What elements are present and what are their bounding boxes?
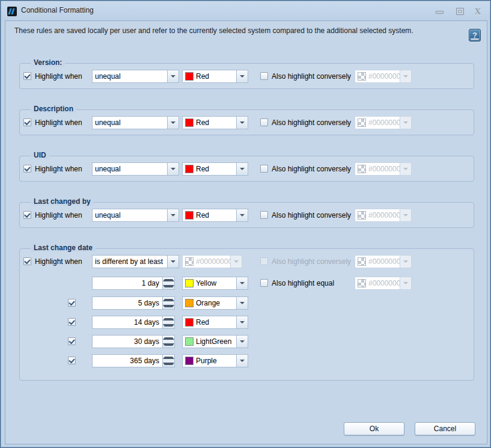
condition-dropdown[interactable]: unequal (92, 70, 179, 83)
color-swatch (185, 279, 194, 287)
also-equal-checkbox[interactable] (260, 279, 268, 287)
spinner-down-button[interactable] (163, 342, 174, 348)
dropdown-arrow-button[interactable] (236, 163, 248, 175)
days-spinner[interactable] (163, 354, 175, 367)
color-dropdown[interactable]: Red (182, 209, 248, 222)
dropdown-arrow-button[interactable] (167, 209, 178, 221)
dropdown-arrow-button[interactable] (167, 117, 178, 129)
dropdown-arrow-button[interactable] (236, 336, 248, 348)
transparent-color-swatch (358, 257, 366, 266)
spinner-up-button[interactable] (163, 316, 174, 322)
chevron-down-icon (240, 302, 245, 304)
chevron-up-icon (163, 337, 174, 340)
also-conversely-checkbox[interactable] (260, 72, 268, 80)
spinner-up-button[interactable] (163, 355, 174, 361)
condition-value: unequal (93, 118, 167, 127)
minimize-button[interactable] (435, 8, 445, 15)
conditional-formatting-dialog: Conditional Formatting X These rules are… (0, 0, 491, 448)
threshold-enabled-checkbox[interactable] (68, 299, 76, 307)
highlight-when-checkbox[interactable] (23, 257, 31, 265)
threshold-enabled-checkbox[interactable] (68, 337, 76, 345)
dropdown-arrow-button (400, 163, 411, 175)
spinner-down-button[interactable] (163, 283, 174, 289)
condition-dropdown[interactable]: is different by at least (92, 255, 179, 268)
color-name: Red (194, 318, 236, 327)
chevron-up-icon (163, 279, 174, 281)
threshold-enabled-checkbox[interactable] (68, 357, 76, 364)
highlight-when-label: Highlight when (35, 257, 82, 266)
also-conversely-checkbox[interactable] (260, 211, 268, 219)
dropdown-arrow-button[interactable] (236, 297, 248, 309)
condition-dropdown[interactable]: unequal (92, 209, 179, 222)
days-input[interactable] (92, 316, 163, 329)
color-dropdown[interactable]: Yellow (182, 277, 248, 290)
color-dropdown[interactable]: Red (182, 316, 248, 329)
also-conversely-checkbox[interactable] (260, 165, 268, 173)
spinner-up-button[interactable] (163, 336, 174, 342)
color-dropdown[interactable]: Red (182, 116, 248, 129)
dropdown-arrow-button[interactable] (167, 70, 178, 82)
spinner-up-button[interactable] (163, 277, 174, 283)
restore-button[interactable] (456, 8, 465, 16)
conversely-color-dropdown: #00000000 (355, 162, 412, 176)
group-title: Version: (31, 58, 65, 67)
chevron-down-icon (171, 168, 175, 170)
days-spinner[interactable] (163, 277, 175, 290)
dropdown-arrow-button (400, 277, 411, 289)
color-dropdown[interactable]: LightGreen (182, 335, 248, 348)
color-dropdown[interactable]: Purple (182, 354, 248, 367)
chevron-down-icon (163, 343, 174, 346)
days-spinner[interactable] (163, 316, 175, 329)
also-conversely-label: Also highlight conversely (272, 211, 351, 219)
chevron-down-icon (240, 360, 245, 362)
spinner-down-button[interactable] (163, 361, 174, 367)
spinner-up-button[interactable] (163, 297, 174, 303)
chevron-down-icon (240, 121, 245, 124)
days-input[interactable] (92, 335, 163, 348)
group-last-changed-by: Last changed by Highlight when unequal R… (19, 202, 474, 228)
dropdown-arrow-button (400, 70, 411, 82)
highlight-when-checkbox[interactable] (23, 118, 31, 126)
days-input[interactable] (92, 277, 163, 290)
also-conversely-checkbox[interactable] (260, 118, 268, 126)
highlight-when-checkbox[interactable] (23, 211, 31, 219)
color-dropdown[interactable]: Red (182, 162, 248, 176)
ok-button[interactable]: Ok (344, 422, 404, 435)
group-title: Last change date (31, 244, 96, 252)
chevron-down-icon (240, 214, 245, 216)
days-spinner[interactable] (163, 296, 175, 310)
close-button[interactable]: X (472, 8, 483, 16)
highlight-when-checkbox[interactable] (23, 72, 31, 80)
threshold-enabled-checkbox[interactable] (68, 318, 76, 326)
help-button[interactable]: ? (469, 29, 481, 41)
days-input[interactable] (92, 354, 163, 367)
color-swatch (185, 165, 194, 173)
spinner-down-button[interactable] (163, 303, 174, 309)
conversely-color-dropdown: #00000000 (355, 116, 412, 129)
dropdown-arrow-button[interactable] (236, 117, 248, 129)
condition-dropdown[interactable]: unequal (92, 116, 179, 129)
color-dropdown[interactable]: Orange (182, 296, 248, 310)
dropdown-arrow-button[interactable] (167, 163, 178, 175)
conversely-color-value: #00000000 (366, 211, 400, 219)
dropdown-arrow-button[interactable] (236, 355, 248, 367)
dropdown-arrow-button[interactable] (167, 256, 178, 268)
cancel-button[interactable]: Cancel (415, 422, 475, 435)
days-input[interactable] (92, 296, 163, 310)
also-equal-label: Also highlight equal (272, 279, 334, 287)
dropdown-arrow-button[interactable] (236, 209, 248, 221)
dropdown-arrow-button[interactable] (236, 277, 248, 289)
days-spinner[interactable] (163, 335, 175, 348)
spinner-down-button[interactable] (163, 322, 174, 328)
color-dropdown[interactable]: Red (182, 70, 248, 83)
color-name: Yellow (194, 279, 236, 287)
color-name: Red (194, 72, 236, 81)
transparent-color-swatch (358, 72, 366, 81)
also-conversely-label: Also highlight conversely (272, 118, 351, 127)
dropdown-arrow-button[interactable] (236, 70, 248, 82)
dropdown-arrow-button (400, 209, 411, 221)
dropdown-arrow-button[interactable] (236, 316, 248, 328)
color-swatch (185, 357, 194, 365)
condition-dropdown[interactable]: unequal (92, 162, 179, 176)
highlight-when-checkbox[interactable] (23, 165, 31, 173)
